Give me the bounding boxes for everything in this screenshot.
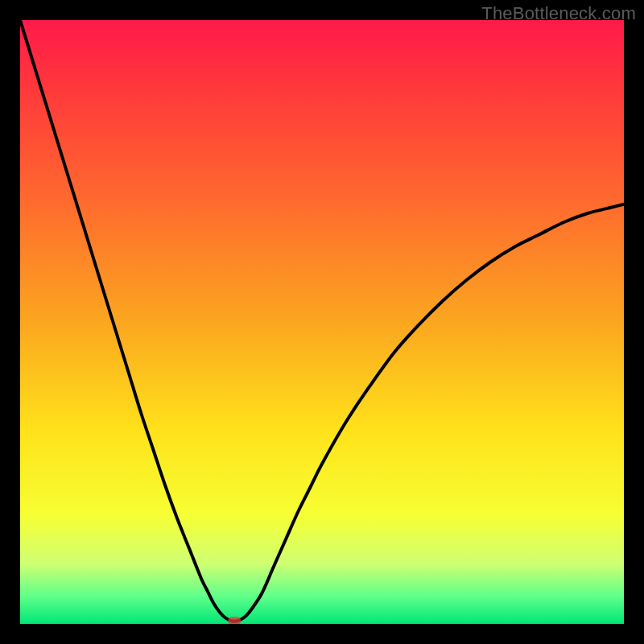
chart-root: TheBottleneck.com <box>0 0 644 644</box>
gradient-background <box>20 20 624 624</box>
watermark-label: TheBottleneck.com <box>481 3 636 24</box>
minimum-marker <box>228 617 241 624</box>
chart-svg <box>20 20 624 624</box>
svg-rect-0 <box>228 617 241 624</box>
plot-area <box>20 20 624 624</box>
